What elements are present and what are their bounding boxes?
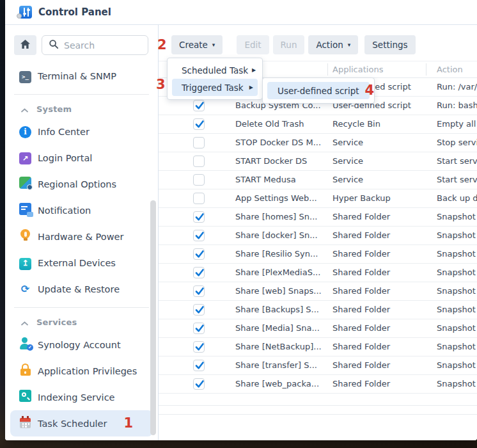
create-button[interactable]: Create▾ [171,35,223,54]
table-row[interactable]: Share [Backups] S...Shared FolderSnapsho… [159,301,477,319]
task-name-cell: Share [transfer] S... [235,360,326,370]
column-header-applications[interactable]: Applications [332,65,383,74]
enabled-checkbox-checked[interactable] [193,285,205,297]
enabled-checkbox-unchecked[interactable] [193,193,205,204]
sidebar-section-services[interactable]: Services [5,312,158,332]
enabled-checkbox-unchecked[interactable] [193,137,205,148]
table-row[interactable]: Share [web] Snaps...Shared FolderSnapsho… [159,282,477,301]
sidebar-scrollbar[interactable] [150,200,156,435]
sidebar-item-label: Application Privileges [38,366,137,376]
column-header-action[interactable]: Action [437,65,463,74]
task-name-cell: STOP Docker DS M... [235,138,326,147]
sidebar-item-terminal-snmp[interactable]: >_Terminal & SNMP [5,63,158,89]
menu-item-user-defined-script[interactable]: User-defined script 4 [267,82,370,99]
sidebar-item-label: Update & Restore [38,284,120,294]
home-button[interactable] [14,35,36,55]
settings-button[interactable]: Settings [364,35,415,54]
section-label: System [36,104,72,114]
action-cell: Snapshot [437,379,477,388]
button-label: Action [316,40,343,50]
enabled-checkbox-checked[interactable] [193,360,205,371]
action-cell: Back up da [437,193,477,203]
enabled-checkbox-checked[interactable] [193,323,205,334]
enabled-checkbox-checked[interactable] [193,211,205,223]
application-privileges-icon [19,364,31,378]
sidebar-item-synology-account[interactable]: ✓Synology Account [5,332,158,358]
sidebar-section-system[interactable]: System [5,99,158,118]
table-row[interactable]: Share [transfer] S...Shared FolderSnapsh… [159,356,477,375]
sidebar-item-label: Notification [38,205,91,216]
column-separator [327,63,328,76]
sidebar-item-login-portal[interactable]: ↗Login Portal [5,145,158,171]
regional-options-icon [19,177,31,191]
task-name-cell: Share [Backups] S... [235,305,326,314]
search-input[interactable]: Search [42,35,148,55]
table-row[interactable]: STOP Docker DS M...ServiceStop servic [159,134,477,152]
task-name-cell: Share [Resilio Syn... [235,249,326,259]
enabled-checkbox-checked[interactable] [193,248,205,260]
table-row[interactable]: Share [PlexMediaS...Shared FolderSnapsho… [159,264,477,282]
chevron-up-icon [21,103,28,115]
caret-down-icon: ▾ [212,42,215,48]
applications-cell: Recycle Bin [332,119,425,129]
task-scheduler-icon [19,416,31,431]
enabled-checkbox-checked[interactable] [193,118,205,130]
menu-item-label: Scheduled Task [182,65,248,76]
enabled-checkbox-checked[interactable] [193,230,205,241]
task-name-cell: Share [PlexMediaS... [235,268,326,277]
sidebar-item-indexing-service[interactable]: Indexing Service [5,384,158,410]
sidebar-item-label: Terminal & SNMP [38,71,116,81]
table-row[interactable]: Share [homes] Sn...Shared FolderSnapshot [159,208,477,227]
enabled-checkbox-checked[interactable] [193,341,205,353]
indexing-service-icon [19,390,31,404]
sidebar-item-external-devices[interactable]: ↥External Devices [5,250,158,276]
action-button[interactable]: Action▾ [308,35,358,54]
annotation-step-4: 4 [365,84,375,97]
sidebar-item-regional-options[interactable]: Regional Options [5,171,158,197]
table-row[interactable]: App Settings Web...Hyper BackupBack up d… [159,189,477,208]
enabled-checkbox-checked[interactable] [193,304,205,316]
table-row[interactable]: Share [web_packa...Shared FolderSnapshot [159,375,477,394]
sidebar-item-application-privileges[interactable]: Application Privileges [5,358,158,384]
enabled-checkbox-unchecked[interactable] [193,156,205,167]
table-row[interactable]: Delete Old TrashRecycle BinEmpty all R [159,115,477,134]
menu-item-label: User-defined script [278,86,359,96]
table-row[interactable]: START MedusaServiceStart servic [159,171,477,189]
button-label: Run [281,40,297,50]
enabled-checkbox-checked[interactable] [193,100,205,111]
toolbar: Create▾EditRunAction▾Settings [159,25,477,54]
sidebar-item-info-center[interactable]: iInfo Center [5,118,158,145]
sidebar-item-update-restore[interactable]: ⟳Update & Restore [5,276,158,302]
action-cell: Snapshot [437,268,477,277]
enabled-checkbox-checked[interactable] [193,267,205,278]
enabled-checkbox-checked[interactable] [193,378,205,390]
table-row[interactable]: Share [Resilio Syn...Shared FolderSnapsh… [159,245,477,264]
home-icon [20,39,31,52]
triggered-task-submenu: User-defined script 4 [262,77,375,104]
table-row[interactable]: START Docker DSServiceStart servic [159,152,477,171]
table-row[interactable]: Share [NetBackup]...Shared FolderSnapsho… [159,338,477,356]
applications-cell: Service [332,175,425,184]
column-separator [426,63,426,76]
create-dropdown-menu: Scheduled Task ▶ Triggered Task ▶ [167,58,263,100]
task-name-cell: Share [homes] Sn... [235,212,326,221]
table-row[interactable]: Share [Media] Sna...Shared FolderSnapsho… [159,319,477,338]
action-cell: Snapshot [437,230,477,240]
notification-icon [19,203,31,218]
table-row[interactable]: Share [docker] Sn...Shared FolderSnapsho… [159,227,477,245]
external-devices-icon: ↥ [19,256,31,270]
sidebar-item-notification[interactable]: Notification [5,197,158,223]
task-name-cell: Share [Media] Sna... [235,323,326,333]
action-cell: Run: /var/p [437,82,477,92]
section-label: Services [36,317,77,327]
menu-item-triggered-task[interactable]: Triggered Task ▶ [172,79,258,96]
enabled-checkbox-unchecked[interactable] [193,174,205,186]
sidebar-item-task-scheduler[interactable]: Task Scheduler1 [10,410,153,436]
button-label: Edit [244,40,261,50]
sidebar-item-hardware-power[interactable]: Hardware & Power [5,223,158,250]
task-name-cell: START Docker DS [235,156,326,166]
menu-item-scheduled-task[interactable]: Scheduled Task ▶ [172,61,258,79]
action-cell: Start servic [437,175,477,184]
sidebar-divider [5,302,158,312]
sidebar-item-label: External Devices [38,258,116,268]
